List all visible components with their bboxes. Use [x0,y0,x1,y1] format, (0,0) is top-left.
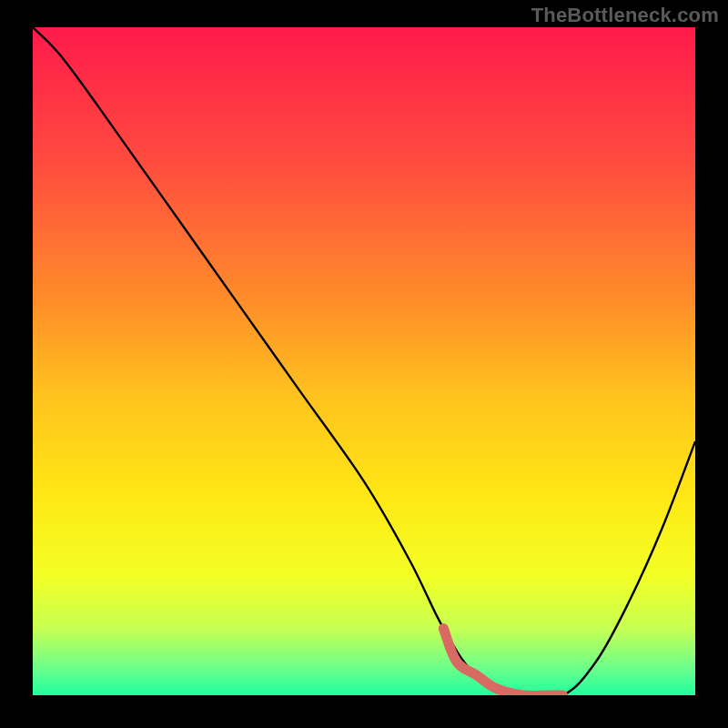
plot-background-gradient [33,27,695,695]
watermark-text: TheBottleneck.com [531,4,719,27]
bottleneck-chart [0,0,728,728]
chart-stage: TheBottleneck.com [0,0,728,728]
